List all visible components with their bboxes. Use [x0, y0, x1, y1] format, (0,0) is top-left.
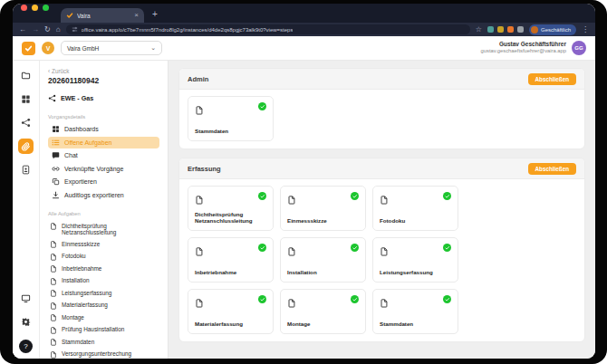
task-card[interactable]: Einmessskizze	[280, 186, 366, 231]
table-icon[interactable]	[18, 91, 34, 107]
back-icon[interactable]: ←	[19, 26, 26, 34]
browser-tab-vaira[interactable]: Vaira ×	[61, 8, 144, 23]
document-icon	[50, 302, 57, 310]
task-card[interactable]: Installation	[280, 237, 366, 283]
sidebar-item-exportieren[interactable]: Exportieren	[48, 176, 159, 188]
document-icon	[287, 244, 296, 253]
sidebar-task-item[interactable]: Dichtheitsprüfung Netzanschlussleitung	[48, 220, 159, 238]
home-icon[interactable]: ⌂	[56, 26, 61, 34]
url-text: office.vaira.app/o/c7be7mnm5f7ndro8lg2g/…	[82, 27, 294, 33]
tab-title: Vaira	[77, 13, 130, 19]
tab-close-icon[interactable]: ×	[134, 12, 139, 19]
task-card[interactable]: Stammdaten	[372, 289, 458, 334]
document-icon	[380, 192, 389, 201]
task-card[interactable]: Dichtheitsprüfung Netzanschlussleitung	[188, 186, 274, 231]
org-select[interactable]: Vaira GmbH ⌄	[61, 41, 162, 55]
tasks-section-label: Alle Aufgaben	[48, 211, 159, 216]
sidebar-task-item[interactable]: Inbetriebnahme	[48, 263, 159, 275]
menu-item-icon	[52, 177, 60, 186]
task-card[interactable]: Materialerfassung	[188, 289, 274, 334]
task-card-label: Fotodoku	[380, 217, 451, 225]
extension-icon[interactable]	[497, 26, 504, 33]
close-window-button[interactable]	[21, 5, 27, 11]
vaira-logo-icon[interactable]	[22, 42, 35, 55]
document-icon	[50, 254, 57, 261]
site-info-icon[interactable]	[72, 26, 78, 33]
sidebar-item-chat[interactable]: Chat	[48, 149, 159, 162]
document-icon	[50, 278, 57, 285]
extension-icon[interactable]	[507, 26, 514, 33]
card-top-row	[195, 244, 266, 253]
main-content: Admin Abschließen Stammdaten Erfassung A…	[169, 61, 595, 359]
task-card-label: Dichtheitsprüfung Netzanschlussleitung	[195, 211, 266, 225]
extension-icon[interactable]	[517, 26, 524, 33]
menu-item-icon	[52, 165, 60, 173]
complete-button[interactable]: Abschließen	[528, 163, 576, 175]
sidebar-task-item[interactable]: Stammdaten	[48, 336, 159, 349]
browser-menu-icon[interactable]: ⋮	[582, 25, 589, 34]
task-card[interactable]: Montage	[280, 289, 366, 334]
task-card[interactable]: Inbetriebnahme	[188, 237, 274, 283]
sidebar-item-dashboards[interactable]: Dashboards	[48, 123, 159, 136]
task-item-label: Stammdaten	[62, 339, 94, 346]
task-card[interactable]: Stammdaten	[188, 96, 274, 141]
sidebar-task-item[interactable]: Materialerfassung	[48, 300, 159, 312]
reload-icon[interactable]: ↻	[44, 26, 51, 34]
paperclip-icon[interactable]	[18, 139, 34, 154]
sidebar-item-offene-aufgaben[interactable]: Offene Aufgaben	[48, 137, 159, 149]
task-card[interactable]: Fotodoku	[372, 186, 458, 231]
sidebar-item-auditlogs-exportieren[interactable]: Auditlogs exportieren	[48, 189, 159, 202]
gear-icon[interactable]	[18, 314, 34, 330]
menu-item-icon	[52, 191, 60, 199]
app-body: ? ‹ Zurück 202601180942 EWE - Gas Vorgan…	[13, 61, 595, 359]
task-item-label: Dichtheitsprüfung Netzanschlussleitung	[62, 223, 158, 236]
help-button[interactable]: ?	[19, 340, 33, 353]
task-card-label: Installation	[287, 269, 359, 276]
task-item-label: Materialerfassung	[62, 302, 108, 309]
document-icon	[287, 192, 296, 201]
contacts-icon[interactable]	[18, 162, 34, 177]
complete-button[interactable]: Abschließen	[528, 73, 576, 85]
menu-item-icon	[52, 125, 60, 133]
task-section-panel: Erfassung Abschließen Dichtheitsprüfung …	[178, 158, 585, 342]
process-type[interactable]: EWE - Gas	[48, 94, 159, 102]
card-top-row	[287, 192, 359, 201]
browser-profile-chip[interactable]: Geschäftlich	[529, 24, 576, 35]
sidebar-task-item[interactable]: Fotodoku	[48, 251, 159, 263]
forward-icon[interactable]: →	[32, 26, 39, 34]
document-icon	[50, 351, 57, 359]
document-icon	[380, 295, 389, 304]
workflow-icon[interactable]	[18, 115, 34, 130]
menu-item-icon	[52, 151, 60, 159]
traffic-lights	[21, 4, 49, 23]
sidebar-task-item[interactable]: Einmessskizze	[48, 238, 159, 251]
maximize-window-button[interactable]	[43, 5, 49, 11]
address-bar[interactable]: office.vaira.app/o/c7be7mnm5f7ndro8lg2g/…	[66, 24, 470, 34]
sidebar-task-item[interactable]: Prüfung Hausinstallation	[48, 324, 159, 337]
task-card[interactable]: Leistungserfassung	[372, 237, 458, 283]
task-item-label: Leistungserfassung	[62, 290, 111, 297]
minimize-window-button[interactable]	[32, 5, 38, 11]
check-circle-icon	[351, 295, 359, 303]
sidebar-task-item[interactable]: Montage	[48, 311, 159, 324]
folder-icon[interactable]	[18, 68, 34, 83]
browser-tabbar: Vaira × +	[13, 4, 595, 23]
card-top-row	[195, 192, 266, 201]
document-icon	[50, 327, 57, 334]
sidebar-item-verknüpfte-vorgänge[interactable]: Verknüpfte Vorgänge	[48, 163, 159, 176]
card-top-row	[195, 102, 266, 111]
sidebar-task-item[interactable]: Leistungserfassung	[48, 287, 159, 300]
new-tab-button[interactable]: +	[152, 10, 158, 23]
back-link[interactable]: ‹ Zurück	[48, 68, 159, 74]
document-icon	[380, 244, 389, 253]
user-avatar[interactable]: GG	[572, 41, 586, 55]
task-section-panel: Admin Abschließen Stammdaten	[178, 68, 585, 149]
menu-item-icon	[52, 139, 60, 147]
sidebar-task-item[interactable]: Versorgungsunterbrechung	[48, 349, 159, 359]
sidebar-task-item[interactable]: Installation	[48, 275, 159, 288]
task-card-label: Stammdaten	[380, 321, 451, 328]
check-circle-icon	[351, 192, 359, 200]
extension-icon[interactable]	[487, 26, 494, 33]
devices-icon[interactable]	[18, 291, 34, 306]
bookmark-star-icon[interactable]: ☆	[476, 25, 482, 34]
